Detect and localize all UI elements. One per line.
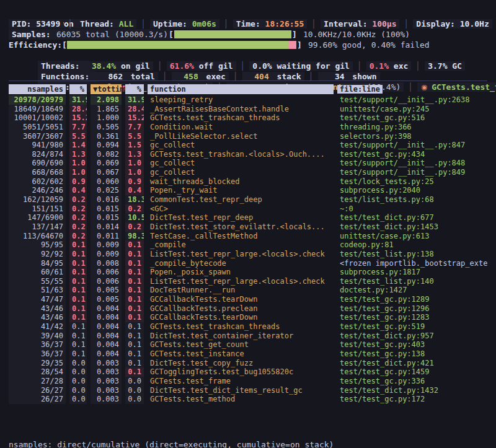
- tottime-cell: 0.004: [91, 313, 122, 322]
- profile-table: nsamples % ▼tottime % function file:line…: [9, 84, 487, 404]
- cumulative-percent-cell: 0.0: [125, 395, 144, 404]
- table-row: 36/370.10.0040.1GCTests.test_instancetes…: [9, 349, 487, 359]
- file-line-cell: test/support/__init__.py:849: [337, 168, 487, 177]
- tottime-cell: 0.505: [91, 123, 122, 132]
- tottime-cell: 0.060: [91, 177, 122, 187]
- cumulative-percent-cell: 0.1: [125, 349, 144, 359]
- table-row: 690/6901.00.0691.0gc_collecttest/support…: [9, 159, 487, 168]
- nsamples-cell: 43/46: [9, 304, 66, 314]
- column-header-nsamples[interactable]: nsamples: [9, 84, 66, 94]
- tottime-cell: 0.015: [91, 213, 122, 222]
- file-line-cell: test/test_gc.py:403: [337, 340, 487, 349]
- file-line-cell: threading.py:366: [337, 123, 487, 132]
- function-cell: GCCallbackTests.tearDown: [148, 295, 334, 304]
- nsamples-cell: 151/151: [9, 204, 66, 214]
- efficiency-bar-open-bracket: [: [62, 40, 67, 50]
- column-header-function[interactable]: function: [148, 84, 334, 94]
- direct-percent-cell: 0.1: [69, 277, 87, 286]
- function-cell: GCTests.test_trashcan_threads: [148, 113, 334, 123]
- nsamples-cell: 28/54: [9, 367, 66, 377]
- direct-percent-cell: 0.1: [69, 349, 87, 359]
- direct-percent-cell: 0.2: [69, 232, 87, 241]
- cumulative-percent-cell: 0.1: [125, 340, 144, 349]
- file-line-cell: test/support/__init__.py:2638: [337, 95, 487, 105]
- tottime-cell: 0.004: [91, 340, 122, 349]
- direct-percent-cell: 0.0: [69, 395, 87, 404]
- table-row: 3607/36075.50.3615.5_PollLikeSelector.se…: [9, 132, 487, 141]
- spacer: [260, 19, 265, 29]
- cumulative-percent-cell: 0.1: [125, 332, 144, 341]
- cumulative-percent-cell: 0.1: [125, 295, 144, 304]
- cumulative-percent-cell: 5.5: [125, 132, 144, 141]
- nsamples-cell: 47/47: [9, 295, 66, 304]
- column-header-cumulative-percent[interactable]: %: [125, 84, 144, 94]
- tottime-cell: 0.005: [91, 286, 122, 295]
- function-cell: GCTests.test_instance: [148, 349, 334, 359]
- cumulative-percent-cell: 0.0: [125, 377, 144, 386]
- cumulative-percent-cell: 0.1: [125, 277, 144, 286]
- tottime-cell: 0.067: [91, 168, 122, 177]
- nsamples-cell: 41/42: [9, 322, 66, 332]
- tottime-cell: 0.005: [91, 295, 122, 304]
- footer-panel: nsamples: direct/cumulative (direct=exec…: [9, 418, 334, 448]
- tottime-cell: 0.004: [91, 322, 122, 332]
- nsamples-cell: 39/40: [9, 332, 66, 341]
- column-header-file-line[interactable]: file:line: [337, 84, 487, 94]
- direct-percent-cell: 0.1: [69, 313, 87, 322]
- function-cell: Popen._try_wait: [148, 186, 334, 195]
- status-label: Uptime:: [153, 19, 187, 29]
- file-line-cell: test/test_dict.py:677: [337, 213, 487, 222]
- table-row: 941/9801.40.0941.5gc_collecttest/support…: [9, 141, 487, 150]
- table-row: 55/550.10.0060.1ListTest.test_repr_large…: [9, 277, 487, 286]
- status-value: ALL: [119, 19, 133, 29]
- cumulative-percent-cell: 1.5: [125, 141, 144, 150]
- function-cell: gc_collect: [148, 168, 334, 177]
- function-cell: Condition.wait: [148, 123, 334, 132]
- table-body: 20978/2097931.92.09831.9sleeping_retryte…: [9, 95, 487, 404]
- file-line-cell: <frozen importlib._bootstrap_external: [337, 259, 487, 268]
- cumulative-percent-cell: 0.1: [125, 259, 144, 268]
- spacer: [114, 19, 119, 29]
- cumulative-percent-cell: 31.9: [125, 95, 144, 105]
- table-row: 84/950.10.0080.1_compile_bytecode<frozen…: [9, 259, 487, 268]
- nsamples-cell: 27/28: [9, 377, 66, 386]
- direct-percent-cell: 0.2: [69, 204, 87, 214]
- nsamples-cell: 824/874: [9, 150, 66, 159]
- table-row: 92/920.10.0090.1ListTest.test_repr_large…: [9, 250, 487, 259]
- table-row: 95/950.10.0090.1_compilecodeop.py:81: [9, 240, 487, 250]
- nsamples-cell: 26/27: [9, 395, 66, 404]
- cumulative-percent-cell: 0.1: [125, 250, 144, 259]
- efficiency-line: Efficiency: [ ] 99.60% good, 0.40% faile…: [0, 40, 496, 50]
- cumulative-percent-cell: 98.3: [125, 232, 144, 241]
- table-row: 602/6020.90.0600.9wait_threads_blockedte…: [9, 177, 487, 187]
- function-cell: _PollLikeSelector.select: [148, 132, 334, 141]
- table-row: 5051/50517.70.5057.7Condition.waitthread…: [9, 123, 487, 132]
- file-line-cell: test/test_gc.py:1289: [337, 295, 487, 304]
- efficiency-bar-close-bracket: ]: [297, 40, 302, 50]
- cumulative-percent-cell: 0.1: [125, 268, 144, 277]
- column-header-tottime-sorted[interactable]: ▼tottime: [91, 84, 122, 94]
- function-cell: Popen._posix_spawn: [148, 268, 334, 277]
- spacer: [187, 19, 192, 29]
- file-line-cell: unittest/case.py:613: [337, 232, 487, 241]
- status-segment: Uptime: 0m06s: [150, 19, 219, 29]
- title-line: Tachyon Profiler: [0, 8, 496, 19]
- file-line-cell: test/test_dict.py:957: [337, 332, 487, 341]
- tottime-cell: 0.016: [91, 195, 122, 204]
- efficiency-bar-failed-segment: [288, 41, 296, 49]
- nsamples-cell: 602/602: [9, 177, 66, 187]
- tottime-cell: 1.865: [91, 105, 122, 114]
- efficiency-bar: [67, 41, 296, 49]
- status-label: Display:: [416, 19, 455, 29]
- direct-percent-cell: 0.1: [69, 304, 87, 314]
- nsamples-cell: 95/95: [9, 240, 66, 250]
- nsamples-cell: 137/147: [9, 222, 66, 232]
- separator-glyph: │: [404, 19, 409, 29]
- table-row: 18649/1864928.41.86528.4_AssertRaisesBas…: [9, 105, 487, 114]
- functions-line: Functions:862 total│458 exec│404 stack│3…: [0, 61, 496, 71]
- direct-percent-cell: 1.4: [69, 141, 87, 150]
- column-header-direct-percent[interactable]: %: [69, 84, 87, 94]
- tottime-cell: 0.004: [91, 349, 122, 359]
- table-row: 162/120590.20.01618.3CommonTest.test_rep…: [9, 195, 487, 204]
- function-cell: gc_collect: [148, 159, 334, 168]
